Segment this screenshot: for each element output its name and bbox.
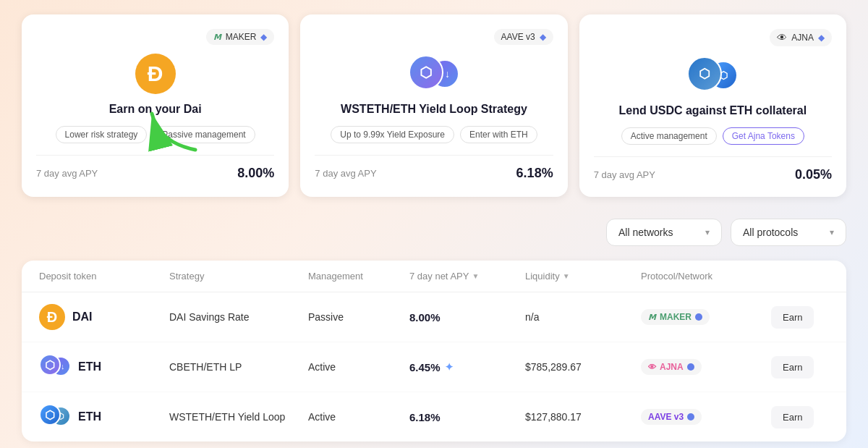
earn-button-cell: Earn xyxy=(771,306,829,329)
ajna-badge-label: AJNA xyxy=(660,362,684,372)
management-text: Active xyxy=(308,361,409,373)
liquidity-cell: $127,880.17 xyxy=(525,411,641,423)
network-filter[interactable]: All networks ▾ xyxy=(606,219,722,246)
eth-wsteth-token-icon: ⬡ ⬡ xyxy=(39,404,71,430)
table-row: ⬡ ⬡ ETH WSTETH/ETH Yield Loop Active 6.1… xyxy=(22,392,846,441)
col-apy-label: 7 day net APY xyxy=(409,271,469,282)
usdc-sym: ⬡ xyxy=(699,66,710,82)
tag-yield: Up to 9.99x Yield Exposure xyxy=(331,126,454,143)
eth-icon: ◆ xyxy=(540,32,546,42)
card-title: WSTETH/ETH Yield Loop Strategy xyxy=(315,103,553,116)
apy-value: 6.45% xyxy=(409,361,441,373)
apy-label: 7 day avg APY xyxy=(315,168,376,179)
protocol-cell: AAVE v3 xyxy=(641,409,771,425)
apy-value: 6.18% xyxy=(516,166,553,181)
aave-label: AAVE v3 xyxy=(501,32,535,42)
strategy-text: DAI Savings Rate xyxy=(169,311,308,323)
maker-protocol-badge: 𝗠 MAKER ◆ xyxy=(206,29,275,45)
col-strategy: Strategy xyxy=(169,271,308,282)
col-liquidity-label: Liquidity xyxy=(525,271,560,282)
sort-apy-icon: ▼ xyxy=(472,272,479,280)
eth-sym: ⬡ xyxy=(45,358,55,372)
apy-value: 8.00% xyxy=(409,311,441,324)
table-row: Ð DAI DAI Savings Rate Passive 8.00% n/a… xyxy=(22,292,846,342)
liquidity-cell: n/a xyxy=(525,311,641,323)
ajna-label: AJNA xyxy=(791,33,814,43)
earn-button[interactable]: Earn xyxy=(771,356,814,379)
eth-icon: ◆ xyxy=(260,32,267,42)
tag-ajna-tokens: Get Ajna Tokens xyxy=(723,127,804,145)
dai-symbol: Ð xyxy=(47,309,57,326)
sparkle-icon: ✦ xyxy=(445,361,454,373)
eth-sym: ⬡ xyxy=(45,408,55,422)
eth-icon-1: ⬡ xyxy=(39,404,61,426)
earn-button[interactable]: Earn xyxy=(771,306,814,329)
tag-enter-eth: Enter with ETH xyxy=(460,126,537,143)
card-icon-area: ⬡ ↑↓ xyxy=(315,54,553,94)
card-header: 👁 AJNA ◆ xyxy=(594,29,832,46)
card-tags: Active management Get Ajna Tokens xyxy=(594,127,832,145)
card-footer: 7 day avg APY 6.18% xyxy=(315,155,553,181)
strategy-text: CBETH/ETH LP xyxy=(169,361,308,373)
wsteth-card[interactable]: AAVE v3 ◆ ⬡ ↑↓ WSTETH/ETH Yield Loop Str… xyxy=(300,14,567,197)
apy-label: 7 day avg APY xyxy=(594,169,655,180)
card-header: AAVE v3 ◆ xyxy=(315,29,553,45)
eth-network-dot xyxy=(687,363,694,371)
col-action xyxy=(771,271,829,282)
earn-button-cell: Earn xyxy=(771,406,829,428)
apy-cell: 6.45% ✦ xyxy=(409,361,525,373)
dai-card[interactable]: 𝗠 MAKER ◆ Ð Earn on your Dai Lower risk … xyxy=(22,14,289,197)
earn-table: Deposit token Strategy Management 7 day … xyxy=(22,261,846,441)
maker-badge: 𝗠 MAKER xyxy=(641,309,710,325)
card-title: Lend USDC against ETH collateral xyxy=(594,104,832,117)
card-icon-area: ⬡ ⬡ xyxy=(594,55,832,96)
tag-lower-risk: Lower risk strategy xyxy=(56,126,148,143)
eth-network-dot xyxy=(687,413,694,420)
eth-double-icon: ⬡ ↑↓ xyxy=(409,54,459,94)
card-footer: 7 day avg APY 0.05% xyxy=(594,156,832,182)
apy-value: 6.18% xyxy=(409,411,441,423)
filters-row: All networks ▾ All protocols ▾ xyxy=(22,219,846,246)
ajna-eye-icon: 👁 xyxy=(777,32,787,43)
apy-cell: 6.18% xyxy=(409,411,525,423)
protocol-cell: 𝗠 MAKER xyxy=(641,309,771,325)
col-deposit-label: Deposit token xyxy=(39,271,97,282)
featured-cards: 𝗠 MAKER ◆ Ð Earn on your Dai Lower risk … xyxy=(22,14,846,197)
card-tags: Up to 9.99x Yield Exposure Enter with ET… xyxy=(315,126,553,143)
dai-token-icon: Ð xyxy=(39,304,65,330)
usdc-icon: ⬡ xyxy=(687,56,722,91)
earn-button-cell: Earn xyxy=(771,356,829,379)
eth-sym-1: ⬡ xyxy=(420,64,432,81)
management-text: Active xyxy=(308,411,409,423)
token-name: ETH xyxy=(78,360,101,373)
liquidity-cell: $785,289.67 xyxy=(525,361,641,373)
deposit-cell: Ð DAI xyxy=(39,304,169,330)
earn-button[interactable]: Earn xyxy=(771,406,814,428)
strategy-text: WSTETH/ETH Yield Loop xyxy=(169,411,308,423)
eth-icon-1: ⬡ xyxy=(39,354,61,376)
aave-protocol-badge: AAVE v3 ◆ xyxy=(494,29,553,45)
network-filter-label: All networks xyxy=(618,227,673,238)
usdc-eth-card[interactable]: 👁 AJNA ◆ ⬡ ⬡ Lend USDC against ETH colla… xyxy=(579,14,846,197)
eth-double-token-icon: ⬡ ↑↓ xyxy=(39,354,71,380)
dai-token-icon: Ð xyxy=(135,54,176,94)
apy-value: 0.05% xyxy=(795,167,832,182)
aave-badge-label: AAVE v3 xyxy=(648,412,684,422)
col-apy[interactable]: 7 day net APY ▼ xyxy=(409,271,525,282)
tag-active: Active management xyxy=(621,127,717,145)
token-name: DAI xyxy=(72,310,93,324)
apy-value: 8.00% xyxy=(237,166,274,181)
col-liquidity[interactable]: Liquidity ▼ xyxy=(525,271,641,282)
deposit-cell: ⬡ ⬡ ETH xyxy=(39,404,169,430)
protocol-filter[interactable]: All protocols ▾ xyxy=(731,219,846,246)
maker-m-icon: 𝗠 xyxy=(648,313,656,322)
ajna-protocol-badge: 👁 AJNA ◆ xyxy=(770,29,832,46)
maker-logo: 𝗠 xyxy=(213,33,221,42)
card-footer: 7 day avg APY 8.00% xyxy=(36,155,274,181)
deposit-cell: ⬡ ↑↓ ETH xyxy=(39,354,169,380)
chevron-down-icon: ▾ xyxy=(830,227,834,237)
green-arrow xyxy=(145,106,210,157)
sort-liquidity-icon: ▼ xyxy=(563,272,570,280)
apy-cell: 8.00% xyxy=(409,311,525,324)
col-protocol: Protocol/Network xyxy=(641,271,771,282)
